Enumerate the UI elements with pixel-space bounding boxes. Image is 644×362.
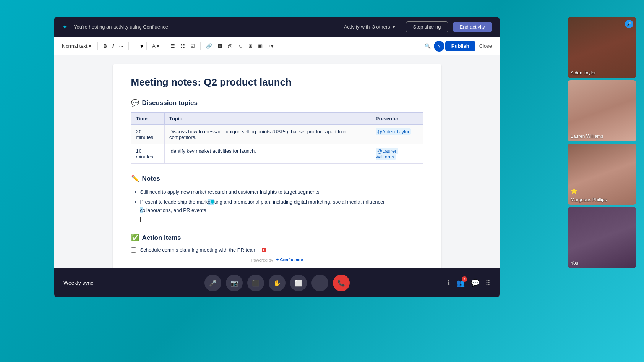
text-color-button[interactable]: A ▾: [150, 42, 162, 50]
bold-button[interactable]: B: [101, 42, 109, 50]
insert-group: 🔗 🖼 @ ☺ ⊞ ▣ +▾: [204, 42, 276, 50]
chevron-down-icon: ▾: [393, 24, 395, 30]
participant-name-lauren: Lauren Williams: [571, 134, 603, 139]
table-cell-time-1: 20 minutes: [131, 125, 165, 144]
activity-banner: ✦ You're hosting an activity using Confl…: [54, 17, 500, 37]
publish-button[interactable]: Publish: [445, 41, 475, 51]
bottom-bar: Weekly sync 🎤 📷 ⬛ ✋ ⬜ ⋮ 📞 ℹ 👥 4 💬 ⠿: [54, 268, 500, 297]
people-count-badge: 4: [462, 276, 467, 282]
ordered-list-button[interactable]: ☷: [178, 42, 187, 50]
divider-1: [97, 42, 98, 50]
collaborator-cursor: [211, 200, 214, 204]
page-title[interactable]: Meeting notes: Q2 product launch: [131, 76, 423, 88]
chevron-down-icon: ▾: [89, 43, 91, 49]
apps-button[interactable]: ⠿: [485, 279, 490, 287]
activity-with-text: Activity with: [344, 24, 370, 30]
video-tile-lauren: Lauren Williams: [568, 80, 636, 141]
text-style-selector[interactable]: Normal text ▾: [59, 42, 94, 50]
video-panel: 🎤 Aiden Tayler Lauren Williams ⭐ Margeau…: [568, 17, 636, 268]
confluence-brand-logo: ✦ Confluence: [276, 257, 303, 262]
text-style-label: Normal text: [62, 43, 87, 49]
notes-heading: ✏️ Notes: [131, 175, 423, 183]
confluence-icon: ✦: [62, 23, 68, 31]
participant-name-margeaux: Margeaux Phillips: [571, 197, 607, 202]
divider-3: [146, 42, 147, 50]
text-cursor: [208, 208, 208, 213]
action-item: Schedule comms planning meeting with the…: [131, 247, 423, 253]
search-button[interactable]: 🔍: [422, 42, 433, 50]
table-cell-topic-1: Discuss how to message unique selling po…: [165, 125, 371, 144]
table-cell-time-2: 10 minutes: [131, 144, 165, 164]
image-button[interactable]: 🖼: [215, 42, 225, 50]
notes-heading-text: Notes: [142, 175, 160, 183]
raise-hand-button[interactable]: ✋: [269, 275, 286, 291]
table-button[interactable]: ⊞: [246, 42, 255, 50]
list-item: [140, 216, 423, 225]
close-button[interactable]: Close: [476, 42, 495, 50]
right-controls: ℹ 👥 4 💬 ⠿: [448, 279, 490, 287]
task-list-button[interactable]: ☑: [188, 42, 197, 50]
others-count: 3 others: [372, 24, 390, 30]
end-activity-button[interactable]: End activity: [453, 22, 492, 32]
confluence-page: Meeting notes: Q2 product launch 💬 Discu…: [113, 64, 441, 278]
align-button[interactable]: ≡: [132, 42, 140, 50]
color-group: A ▾: [150, 42, 162, 50]
link-button[interactable]: 🔗: [204, 42, 214, 50]
hosting-text: You're hosting an activity using Conflue…: [74, 24, 339, 30]
stop-sharing-button[interactable]: Stop sharing: [406, 21, 448, 32]
info-button[interactable]: ℹ: [448, 279, 450, 287]
notes-list: Still need to apply new market research …: [131, 188, 423, 225]
italic-button[interactable]: I: [110, 42, 116, 50]
mention-lauren: @Lauren Williams: [376, 148, 398, 160]
discussion-icon: 💬: [131, 99, 139, 107]
discussion-heading: 💬 Discussion topics: [131, 99, 423, 107]
table-header-topic: Topic: [165, 113, 371, 125]
text-selection: e: [208, 199, 214, 205]
end-call-button[interactable]: 📞: [333, 275, 350, 291]
divider-4: [165, 42, 165, 50]
chat-button[interactable]: 💬: [471, 279, 479, 287]
mention-aiden: @Aiden Taylor: [376, 128, 411, 135]
action-icon: ✅: [131, 234, 139, 242]
participant-name-you: You: [571, 260, 578, 266]
powered-by: Powered by ✦ Confluence: [131, 253, 423, 265]
people-button[interactable]: 👥 4: [456, 279, 465, 287]
discussion-heading-text: Discussion topics: [142, 99, 198, 107]
emoji-button[interactable]: ☺: [236, 42, 245, 50]
mute-button[interactable]: 🎤: [204, 275, 221, 291]
action-checkbox[interactable]: [131, 247, 136, 253]
color-icon: A: [152, 43, 156, 49]
pip-button[interactable]: ⬜: [290, 275, 307, 291]
more-options-button[interactable]: ⋮: [311, 275, 328, 291]
activity-badge: Activity with 3 others ▾: [344, 24, 395, 30]
avatar: N: [434, 41, 444, 52]
notes-section: ✏️ Notes Still need to apply new market …: [131, 175, 423, 225]
call-controls: 🎤 📷 ⬛ ✋ ⬜ ⋮ 📞: [204, 275, 350, 291]
mention-button[interactable]: @: [225, 42, 235, 50]
table-cell-presenter-1: @Aiden Taylor: [371, 125, 423, 144]
right-toolbar-group: 🔍 N Publish Close: [422, 41, 495, 52]
table-cell-presenter-2: @Lauren Williams: [371, 144, 423, 164]
bullet-list-button[interactable]: ☰: [168, 42, 177, 50]
list-group: ☰ ☷ ☑: [168, 42, 197, 50]
chevron-down-icon: ▾: [157, 43, 159, 49]
layout-button[interactable]: ▣: [256, 42, 265, 50]
action-section: ✅ Action items Schedule comms planning m…: [131, 234, 423, 253]
collaborator-flag: L: [262, 248, 266, 252]
editor-toolbar: Normal text ▾ B I ··· ≡ ▾ A ▾ ☰ ☷ ☑: [54, 37, 500, 55]
action-heading: ✅ Action items: [131, 234, 423, 242]
main-window: ✦ You're hosting an activity using Confl…: [54, 17, 500, 297]
video-tile-margeaux: ⭐ Margeaux Phillips: [568, 144, 636, 205]
camera-button[interactable]: 📷: [226, 275, 243, 291]
more-format-button[interactable]: ···: [117, 42, 125, 50]
cursor-position: [140, 217, 141, 222]
text-selection-2: c: [140, 207, 143, 213]
table-header-time: Time: [131, 113, 165, 125]
more-insert-button[interactable]: +▾: [266, 42, 276, 50]
list-item: Still need to apply new market research …: [140, 188, 423, 196]
screenshare-button[interactable]: ⬛: [247, 275, 264, 291]
table-cell-topic-2: Identify key market activities for launc…: [165, 144, 371, 164]
table-header-presenter: Presenter: [371, 113, 423, 125]
format-group: B I ···: [101, 42, 125, 50]
editor-area: Meeting notes: Q2 product launch 💬 Discu…: [54, 55, 500, 297]
